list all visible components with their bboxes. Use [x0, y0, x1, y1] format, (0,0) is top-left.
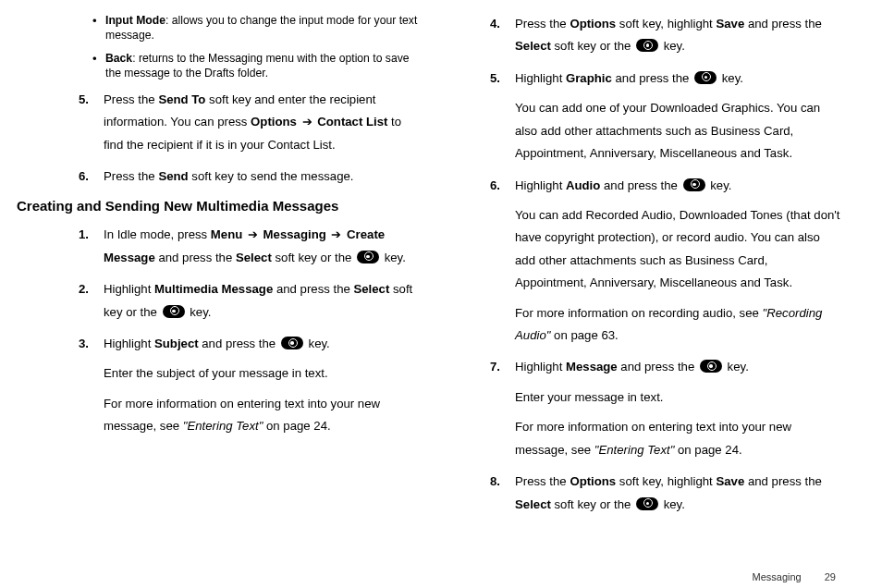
ok-key-icon [694, 71, 717, 84]
ok-key-icon [683, 178, 705, 191]
page-footer: Messaging 29 [752, 571, 836, 582]
bold: Messaging [263, 227, 326, 241]
bullet-back: • Back: returns to the Messaging menu wi… [41, 51, 419, 81]
mstep-1: 1. In Idle mode, press Menu ➔ Messaging … [41, 224, 419, 269]
step-body: Press the Send To soft key and enter the… [104, 89, 419, 156]
text: soft key or the [272, 251, 355, 264]
step-5: 5. Press the Send To soft key and enter … [41, 89, 419, 156]
text: Press the [104, 169, 158, 183]
text: and press the [618, 360, 698, 374]
step-number: 6. [463, 175, 515, 348]
text: Highlight [104, 337, 154, 350]
bullet-rest: : returns to the Messaging menu with the… [105, 52, 410, 80]
step-body: Highlight Graphic and press the key. You… [515, 67, 841, 165]
bullet-body: Input Mode: allows you to change the inp… [105, 13, 419, 43]
text: Highlight [515, 360, 566, 374]
text: soft key to send the message. [189, 169, 354, 183]
ok-key-icon [357, 251, 379, 263]
bullet-body: Back: returns to the Messaging menu with… [105, 51, 419, 81]
step-body: In Idle mode, press Menu ➔ Messaging ➔ C… [104, 224, 419, 269]
italic-ref: "Entering Text" [183, 419, 263, 433]
text: key. [724, 360, 749, 374]
step-body: Highlight Multimedia Message and press t… [104, 278, 419, 324]
text: key. [187, 305, 212, 319]
footer-page-number: 29 [825, 571, 836, 582]
arrow-icon: ➔ [326, 227, 347, 241]
step-body: Press the Options soft key, highlight Sa… [515, 471, 841, 516]
text: soft key or the [551, 39, 634, 53]
step-number: 2. [52, 278, 104, 324]
text: and press the [199, 337, 279, 350]
step-number: 5. [52, 89, 104, 156]
mstep-2: 2. Highlight Multimedia Message and pres… [41, 278, 419, 324]
left-column: • Input Mode: allows you to change the i… [41, 13, 419, 588]
text: and press the [744, 474, 822, 488]
page: • Input Mode: allows you to change the i… [0, 0, 882, 588]
text: and press the [600, 178, 680, 192]
step-number: 5. [463, 67, 515, 165]
bullet-mark: • [92, 13, 105, 43]
bold: Multimedia Message [154, 282, 273, 296]
bullet-label: Back [105, 52, 132, 65]
paragraph: You can add one of your Downloaded Graph… [515, 97, 841, 165]
text: Press the [515, 474, 570, 488]
bold: Contact List [317, 115, 387, 129]
text: and press the [744, 17, 822, 31]
mstep-4: 4. Press the Options soft key, highlight… [463, 13, 841, 58]
text: key. [381, 251, 406, 264]
bold: Send [158, 169, 188, 183]
bold: Save [716, 474, 744, 488]
step-6: 6. Press the Send soft key to send the m… [41, 165, 419, 188]
text: Highlight [104, 282, 154, 296]
text: and press the [155, 251, 236, 264]
mstep-6: 6. Highlight Audio and press the key. Yo… [463, 175, 841, 348]
bold: Graphic [566, 71, 612, 85]
text: key. [707, 178, 732, 192]
text: soft key, highlight [616, 17, 716, 31]
bold: Select [515, 39, 551, 53]
text: soft key or the [551, 497, 634, 511]
step-body: Press the Options soft key, highlight Sa… [515, 13, 841, 58]
bold: Select [236, 251, 272, 264]
bold: Menu [211, 227, 242, 241]
paragraph: You can add Recorded Audio, Downloaded T… [515, 204, 841, 295]
bold: Options [570, 474, 616, 488]
text: key. [305, 337, 330, 350]
bold: Select [353, 282, 389, 296]
text: Press the [515, 17, 570, 31]
bold: Message [566, 360, 618, 374]
ok-key-icon [700, 360, 722, 373]
text: For more information on recording audio,… [515, 306, 763, 320]
bold: Send To [158, 92, 205, 106]
mstep-3: 3. Highlight Subject and press the key. … [41, 333, 419, 438]
arrow-icon: ➔ [242, 227, 263, 241]
step-number: 3. [52, 333, 104, 438]
step-body: Highlight Audio and press the key. You c… [515, 175, 841, 348]
right-column: 4. Press the Options soft key, highlight… [463, 13, 841, 588]
text: Highlight [515, 178, 566, 192]
text: soft key, highlight [616, 474, 716, 488]
paragraph: For more information on recording audio,… [515, 302, 841, 348]
step-number: 8. [463, 471, 515, 516]
text: key. [660, 497, 685, 511]
text: on page 63. [550, 328, 618, 342]
step-body: Highlight Message and press the key. Ent… [515, 356, 841, 461]
bullet-label: Input Mode [105, 14, 165, 27]
text: and press the [612, 71, 692, 85]
section-heading: Creating and Sending New Multimedia Mess… [17, 198, 419, 215]
text: key. [660, 39, 685, 53]
ok-key-icon [163, 305, 185, 318]
paragraph: Enter your message in text. [515, 386, 841, 409]
text: on page 24. [263, 419, 330, 433]
step-number: 1. [52, 224, 104, 269]
bullet-mark: • [92, 51, 105, 81]
bullet-input-mode: • Input Mode: allows you to change the i… [41, 13, 419, 43]
text: key. [718, 71, 743, 85]
bold: Options [251, 115, 297, 129]
bold: Save [716, 17, 744, 31]
ok-key-icon [281, 337, 303, 349]
paragraph: For more information on entering text in… [515, 416, 841, 461]
paragraph: Enter the subject of your message in tex… [104, 362, 419, 385]
bold: Subject [154, 337, 199, 350]
bold: Options [570, 17, 616, 31]
